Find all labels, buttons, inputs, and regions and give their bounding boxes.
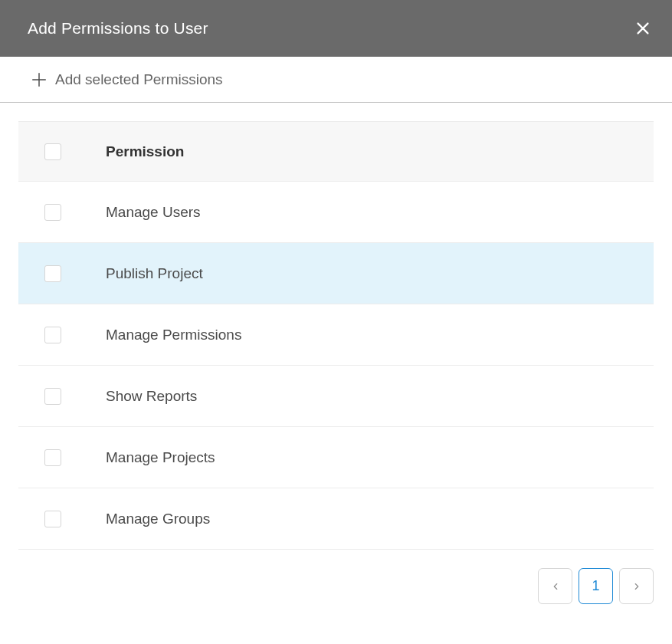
add-selected-label: Add selected Permissions bbox=[55, 71, 223, 88]
row-checkbox[interactable] bbox=[44, 388, 61, 405]
table-body: Manage UsersPublish ProjectManage Permis… bbox=[18, 182, 654, 550]
permission-label: Manage Projects bbox=[106, 449, 215, 466]
table-row[interactable]: Publish Project bbox=[18, 243, 654, 304]
row-checkbox[interactable] bbox=[44, 449, 61, 466]
row-checkbox-cell bbox=[44, 265, 106, 282]
chevron-right-icon bbox=[631, 581, 642, 592]
table-row[interactable]: Manage Projects bbox=[18, 427, 654, 488]
permission-label: Manage Users bbox=[106, 204, 201, 221]
table-row[interactable]: Show Reports bbox=[18, 366, 654, 427]
select-all-checkbox[interactable] bbox=[44, 143, 61, 160]
pager-prev-button[interactable] bbox=[538, 568, 572, 604]
row-checkbox[interactable] bbox=[44, 327, 61, 343]
table-header-row: Permission bbox=[18, 121, 654, 182]
row-checkbox-cell bbox=[44, 327, 106, 343]
permission-label: Show Reports bbox=[106, 388, 197, 405]
permissions-table: Permission Manage UsersPublish ProjectMa… bbox=[0, 103, 672, 550]
row-checkbox-cell bbox=[44, 511, 106, 527]
plus-icon bbox=[31, 71, 48, 88]
chevron-left-icon bbox=[550, 581, 561, 592]
pager-current-page-label: 1 bbox=[592, 578, 599, 594]
table-row[interactable]: Manage Users bbox=[18, 182, 654, 243]
row-checkbox[interactable] bbox=[44, 265, 61, 282]
permission-label: Manage Groups bbox=[106, 511, 210, 527]
pager-next-button[interactable] bbox=[619, 568, 654, 604]
row-checkbox[interactable] bbox=[44, 511, 61, 527]
row-checkbox-cell bbox=[44, 204, 106, 221]
dialog-header: Add Permissions to User bbox=[0, 0, 672, 57]
row-checkbox-cell bbox=[44, 449, 106, 466]
row-checkbox[interactable] bbox=[44, 204, 61, 221]
column-header-permission[interactable]: Permission bbox=[106, 143, 184, 160]
select-all-cell bbox=[44, 143, 106, 160]
toolbar: Add selected Permissions bbox=[0, 57, 672, 103]
permission-label: Publish Project bbox=[106, 265, 203, 282]
table-row[interactable]: Manage Groups bbox=[18, 488, 654, 550]
table-row[interactable]: Manage Permissions bbox=[18, 304, 654, 366]
close-icon bbox=[634, 20, 651, 37]
add-selected-permissions-button[interactable]: Add selected Permissions bbox=[31, 71, 223, 88]
row-checkbox-cell bbox=[44, 388, 106, 405]
pager: 1 bbox=[0, 550, 672, 604]
permission-label: Manage Permissions bbox=[106, 327, 241, 343]
pager-page-1-button[interactable]: 1 bbox=[579, 568, 613, 604]
dialog-title: Add Permissions to User bbox=[28, 19, 208, 38]
close-button[interactable] bbox=[632, 18, 654, 39]
